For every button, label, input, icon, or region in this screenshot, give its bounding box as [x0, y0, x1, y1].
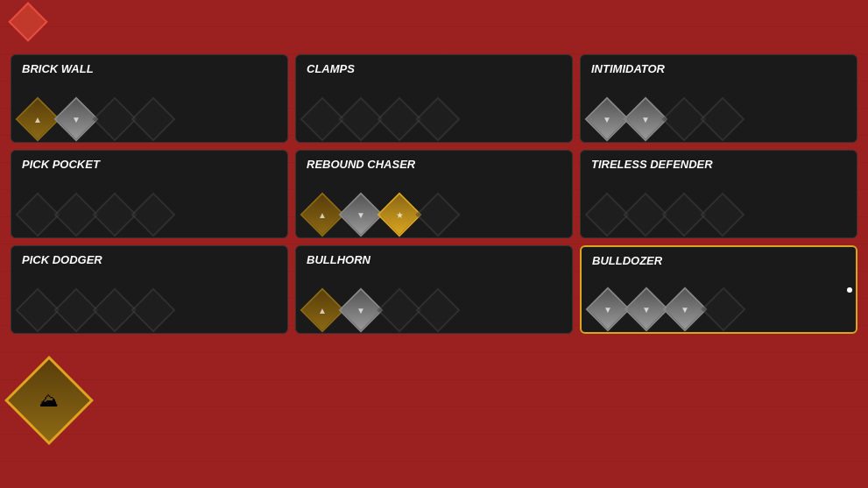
badge-icons-row-5 [591, 199, 846, 230]
tier-symbol: ▼ [681, 305, 689, 315]
badge-card-rebound-chaser[interactable]: Rebound Chaser▲▼★ [295, 150, 573, 238]
badge-name-4: Rebound Chaser [307, 158, 561, 171]
badge-tier-diamond-3-3[interactable] [131, 193, 176, 237]
badge-name-3: Pick Pocket [22, 158, 277, 171]
badge-card-pick-dodger[interactable]: Pick Dodger [11, 245, 288, 334]
tier-symbol: ▼ [72, 115, 81, 124]
scroll-indicator [847, 287, 852, 293]
tier-symbol: ▲ [318, 306, 327, 315]
badge-tier-diamond-5-3[interactable] [701, 193, 745, 237]
badge-card-tireless-defender[interactable]: Tireless Defender [580, 150, 857, 238]
badge-card-bullhorn[interactable]: Bullhorn▲▼ [295, 245, 573, 334]
badge-icons-row-3 [22, 199, 277, 230]
badge-name-0: Brick Wall [22, 62, 277, 75]
badge-card-pick-pocket[interactable]: Pick Pocket [11, 150, 288, 238]
badge-name-5: Tireless Defender [591, 158, 846, 171]
badges-grid: Brick Wall▲▼ClampsIntimidator▼▼Pick Pock… [0, 46, 868, 343]
badge-icons-row-1 [307, 103, 561, 135]
badge-icons-row-8: ▼▼▼ [592, 294, 845, 325]
badge-name-1: Clamps [307, 62, 561, 75]
badge-icons-row-6 [22, 294, 277, 326]
badge-icons-row-4: ▲▼★ [307, 199, 561, 230]
tier-symbol: ▲ [33, 115, 42, 124]
badge-tier-diamond-6-3[interactable] [131, 288, 176, 333]
tier-symbol: ▼ [356, 210, 365, 220]
badge-icons-row-7: ▲▼ [307, 294, 561, 326]
badge-card-clamps[interactable]: Clamps [295, 54, 573, 143]
tier-symbol: ★ [396, 210, 404, 220]
badge-tier-diamond-2-3[interactable] [701, 97, 745, 142]
badge-tier-diamond-0-3[interactable] [131, 97, 176, 142]
tier-symbol: ▲ [318, 210, 327, 220]
badge-tier-diamond-1-3[interactable] [416, 97, 461, 142]
badge-tier-diamond-4-3[interactable] [416, 193, 461, 237]
badge-name-7: Bullhorn [307, 253, 561, 266]
badge-card-brick-wall[interactable]: Brick Wall▲▼ [11, 54, 288, 143]
badge-name-2: Intimidator [591, 62, 846, 75]
main-container: MAX (100%) DEFENDING / REBOUNDING 0 AVAI… [0, 0, 868, 488]
badge-name-8: Bulldozer [592, 254, 845, 267]
tier-symbol: ▼ [603, 305, 612, 315]
tier-symbol: ▼ [642, 305, 651, 315]
selected-badge-icon-inner: ⛰ [39, 389, 59, 412]
badge-icons-row-2: ▼▼ [591, 103, 846, 135]
badge-icons-row-0: ▲▼ [22, 103, 277, 135]
badge-card-intimidator[interactable]: Intimidator▼▼ [580, 54, 857, 143]
badge-card-bulldozer[interactable]: Bulldozer▼▼▼ [580, 245, 857, 334]
tier-symbol: ▼ [641, 115, 650, 124]
tier-symbol: ▼ [356, 306, 365, 315]
badge-name-6: Pick Dodger [22, 253, 277, 266]
badge-tier-diamond-7-3[interactable] [416, 288, 461, 333]
tier-symbol: ▼ [603, 115, 611, 124]
badge-tier-diamond-8-3[interactable] [702, 287, 746, 332]
